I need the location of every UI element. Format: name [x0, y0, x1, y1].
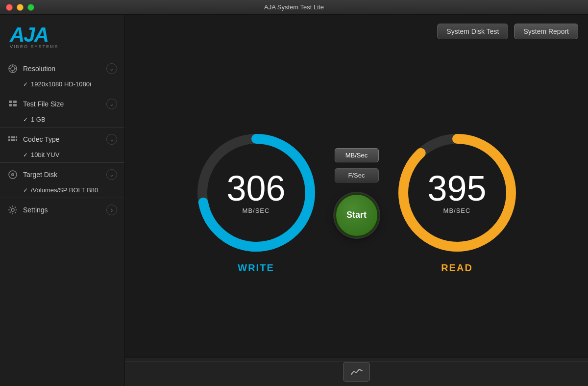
codec-type-subvalue: 10bit YUV [31, 151, 59, 158]
write-label: WRITE [238, 262, 274, 274]
svg-rect-17 [16, 139, 17, 141]
svg-rect-12 [13, 136, 15, 138]
maximize-button[interactable] [27, 4, 34, 11]
window-controls [6, 4, 34, 11]
resolution-subvalue: 1920x1080 HD-1080i [31, 80, 91, 88]
svg-rect-7 [13, 101, 17, 103]
resolution-label: Resolution [23, 65, 106, 73]
main-layout: AJA VIDEO SYSTEMS Resolution ⌄ [0, 15, 588, 386]
mbsec-button[interactable]: MB/Sec [335, 148, 379, 162]
test-file-size-chevron[interactable]: ⌄ [106, 99, 117, 109]
sidebar-item-test-file-size[interactable]: Test File Size ⌄ [0, 94, 124, 114]
target-disk-subvalue: /Volumes/SP BOLT B80 [31, 186, 98, 194]
svg-point-1 [11, 67, 15, 71]
read-value: 395 [427, 171, 486, 206]
aja-logo: AJA VIDEO SYSTEMS [10, 25, 115, 49]
svg-rect-10 [8, 136, 10, 138]
write-unit: MB/SEC [243, 207, 270, 214]
gauges-area: 306 MB/SEC WRITE MB/Sec F/Sec Start [125, 48, 588, 357]
gauge-container: 306 MB/SEC WRITE MB/Sec F/Sec Start [193, 129, 521, 257]
codec-type-chevron[interactable]: ⌄ [106, 134, 117, 145]
read-label: READ [441, 262, 473, 274]
settings-chevron[interactable]: › [106, 205, 117, 215]
target-disk-chevron[interactable]: ⌄ [106, 169, 117, 180]
resolution-value: ✓ 1920x1080 HD-1080i [0, 78, 124, 90]
fsec-button[interactable]: F/Sec [335, 168, 379, 182]
svg-rect-8 [9, 104, 12, 106]
close-button[interactable] [6, 4, 13, 11]
system-disk-test-button[interactable]: System Disk Test [437, 24, 508, 39]
sidebar-item-resolution[interactable]: Resolution ⌄ [0, 59, 124, 78]
settings-icon [7, 205, 18, 215]
svg-rect-11 [11, 136, 13, 138]
svg-rect-9 [13, 104, 17, 106]
svg-point-21 [11, 208, 14, 211]
svg-rect-16 [13, 139, 15, 141]
target-disk-value: ✓ /Volumes/SP BOLT B80 [0, 184, 124, 196]
window-title: AJA System Test Lite [264, 3, 324, 11]
chart-button[interactable] [343, 362, 370, 382]
title-bar: AJA System Test Lite [0, 0, 588, 15]
test-file-size-value: ✓ 1 GB [0, 114, 124, 125]
start-button[interactable]: Start [335, 193, 379, 237]
codec-type-icon [7, 134, 18, 145]
codec-type-value: ✓ 10bit YUV [0, 149, 124, 160]
svg-rect-15 [11, 139, 13, 141]
content-area: System Disk Test System Report 306 MB/SE… [125, 15, 588, 386]
aja-letters: AJA [10, 25, 48, 45]
read-gauge: 395 MB/SEC [393, 129, 521, 257]
target-disk-icon [7, 169, 18, 180]
bottom-bar [125, 357, 588, 386]
svg-rect-13 [16, 136, 17, 138]
read-unit: MB/SEC [443, 207, 471, 214]
settings-label: Settings [23, 206, 106, 214]
sidebar: AJA VIDEO SYSTEMS Resolution ⌄ [0, 15, 125, 386]
resolution-chevron[interactable]: ⌄ [106, 63, 117, 74]
resolution-icon [7, 63, 18, 74]
video-systems-text: VIDEO SYSTEMS [10, 44, 59, 49]
target-disk-label: Target Disk [23, 171, 106, 179]
sidebar-item-target-disk[interactable]: Target Disk ⌄ [0, 165, 124, 184]
svg-point-20 [12, 174, 14, 176]
write-value: 306 [226, 171, 285, 206]
logo-area: AJA VIDEO SYSTEMS [0, 20, 124, 59]
svg-rect-14 [8, 139, 10, 141]
test-file-size-label: Test File Size [23, 100, 106, 108]
center-controls: MB/Sec F/Sec Start [320, 148, 393, 237]
sidebar-item-settings[interactable]: Settings › [0, 200, 124, 220]
svg-rect-6 [9, 101, 12, 103]
test-file-size-subvalue: 1 GB [31, 116, 46, 123]
system-report-button[interactable]: System Report [514, 24, 578, 39]
test-file-size-icon [7, 99, 18, 109]
header-bar: System Disk Test System Report [125, 15, 588, 48]
sidebar-item-codec-type[interactable]: Codec Type ⌄ [0, 129, 124, 149]
minimize-button[interactable] [17, 4, 24, 11]
codec-type-label: Codec Type [23, 135, 106, 143]
write-gauge: 306 MB/SEC [193, 129, 320, 257]
